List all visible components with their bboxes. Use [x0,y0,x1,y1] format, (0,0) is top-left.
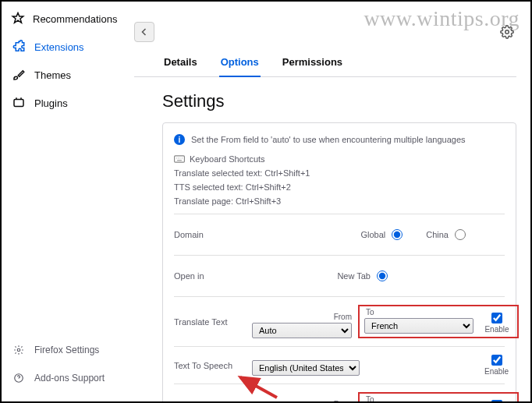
sidebar-item-themes[interactable]: Themes [2,61,126,89]
keyboard-shortcuts-title: Keyboard Shortcuts [190,154,265,164]
puzzle-icon [11,39,27,55]
sidebar-item-recommendations[interactable]: Recommendations [2,5,126,33]
sidebar-item-label: Extensions [34,41,84,53]
tab-permissions[interactable]: Permissions [281,48,344,76]
tts-row-label: Text To Speech [174,361,252,370]
from-label: From [252,400,352,401]
domain-china-radio[interactable]: China [426,229,466,240]
to-label: To [364,308,473,316]
content-area: Find more add-ons Details Options Permis… [126,2,530,401]
openin-newtab-radio[interactable]: New Tab [337,270,388,281]
tts-language-select[interactable]: English (United States) [252,360,360,376]
enable-label: Enable [484,367,509,376]
sidebar-item-firefox-settings[interactable]: Firefox Settings [2,336,126,364]
tab-options[interactable]: Options [219,48,261,77]
translate-text-to-select[interactable]: French [364,318,473,334]
plugin-icon [11,95,27,111]
sidebar: Recommendations Extensions Themes Plugin… [2,2,126,401]
sidebar-item-extensions[interactable]: Extensions [2,33,126,61]
settings-body: i Set the From field to 'auto' to use wh… [162,122,516,401]
svg-point-3 [505,30,509,34]
info-icon: i [174,134,185,145]
openin-label: Open in [174,271,252,281]
sidebar-item-label: Firefox Settings [34,345,99,355]
tts-enable-checkbox[interactable] [491,355,502,366]
domain-global-radio[interactable]: Global [360,229,403,240]
kb-shortcut-tts: TTS selected text: Ctrl+Shift+2 [174,182,505,192]
tab-details[interactable]: Details [162,48,199,76]
translate-text-label: Translate Text [174,317,252,327]
to-label: To [364,395,473,401]
sidebar-item-label: Themes [34,69,71,81]
enable-label: Enable [484,325,509,334]
settings-gear-button[interactable] [498,23,516,41]
translate-text-enable-checkbox[interactable] [491,313,502,323]
kb-shortcut-translate-text: Translate selected text: Ctrl+Shift+1 [174,168,505,178]
tab-bar: Details Options Permissions [134,48,516,77]
page-title: Settings [162,91,516,111]
keyboard-icon [174,155,185,163]
info-text: Set the From field to 'auto' to use when… [191,135,466,144]
svg-rect-0 [14,100,23,107]
sidebar-item-addons-support[interactable]: Add-ons Support [2,364,126,392]
svg-rect-4 [175,156,185,162]
highlight-box: To French Enable [358,392,519,401]
brush-icon [11,67,27,83]
sidebar-item-plugins[interactable]: Plugins [2,89,126,117]
sidebar-item-label: Recommendations [33,13,117,25]
kb-shortcut-translate-page: Translate page: Ctrl+Shift+3 [174,196,505,206]
gear-icon [11,342,27,358]
highlight-box: To French Enable [358,305,519,338]
sidebar-item-label: Plugins [34,97,68,109]
sidebar-item-label: Add-ons Support [34,373,105,384]
from-label: From [252,313,352,321]
translate-text-from-select[interactable]: Auto [252,323,352,338]
help-icon [11,370,27,386]
svg-point-1 [17,348,20,352]
back-button[interactable] [134,22,154,42]
domain-label: Domain [174,230,252,239]
translate-page-enable-checkbox[interactable] [491,400,502,401]
star-icon [11,11,25,27]
